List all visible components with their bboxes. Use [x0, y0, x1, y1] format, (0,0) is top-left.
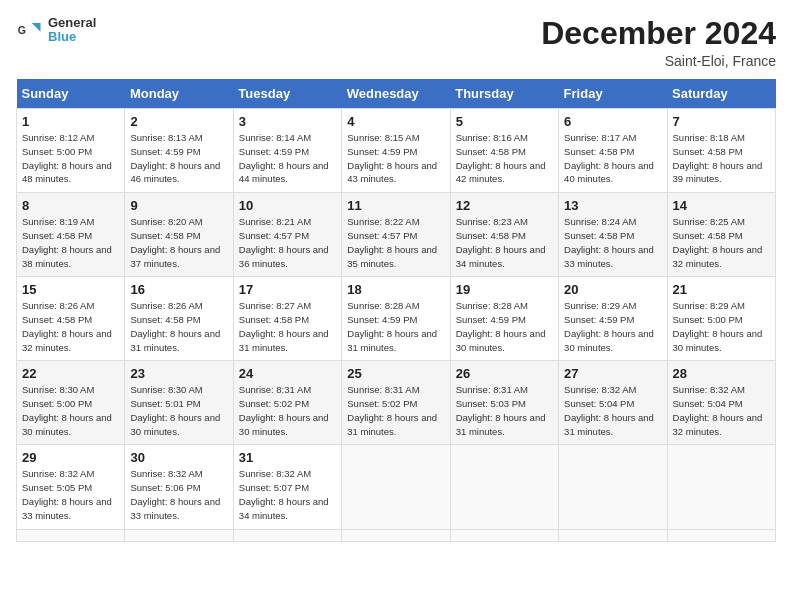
calendar-cell: 7Sunrise: 8:18 AMSunset: 4:58 PMDaylight… [667, 109, 775, 193]
calendar-cell: 23Sunrise: 8:30 AMSunset: 5:01 PMDayligh… [125, 361, 233, 445]
calendar-cell: 18Sunrise: 8:28 AMSunset: 4:59 PMDayligh… [342, 277, 450, 361]
calendar-week-row: 1Sunrise: 8:12 AMSunset: 5:00 PMDaylight… [17, 109, 776, 193]
day-info: Sunrise: 8:32 AMSunset: 5:04 PMDaylight:… [564, 383, 661, 438]
calendar-cell: 31Sunrise: 8:32 AMSunset: 5:07 PMDayligh… [233, 445, 341, 529]
day-number: 4 [347, 114, 444, 129]
calendar-cell: 14Sunrise: 8:25 AMSunset: 4:58 PMDayligh… [667, 193, 775, 277]
day-number: 14 [673, 198, 770, 213]
logo: G General Blue [16, 16, 96, 45]
calendar-cell: 25Sunrise: 8:31 AMSunset: 5:02 PMDayligh… [342, 361, 450, 445]
day-number: 28 [673, 366, 770, 381]
day-info: Sunrise: 8:28 AMSunset: 4:59 PMDaylight:… [456, 299, 553, 354]
calendar-week-row [17, 529, 776, 541]
day-number: 27 [564, 366, 661, 381]
page-header: G General Blue December 2024 Saint-Eloi,… [16, 16, 776, 69]
calendar-cell: 22Sunrise: 8:30 AMSunset: 5:00 PMDayligh… [17, 361, 125, 445]
day-info: Sunrise: 8:19 AMSunset: 4:58 PMDaylight:… [22, 215, 119, 270]
day-number: 23 [130, 366, 227, 381]
day-info: Sunrise: 8:16 AMSunset: 4:58 PMDaylight:… [456, 131, 553, 186]
day-number: 24 [239, 366, 336, 381]
day-of-week-header: Tuesday [233, 79, 341, 109]
day-info: Sunrise: 8:31 AMSunset: 5:02 PMDaylight:… [239, 383, 336, 438]
day-number: 11 [347, 198, 444, 213]
calendar-cell: 4Sunrise: 8:15 AMSunset: 4:59 PMDaylight… [342, 109, 450, 193]
calendar-week-row: 22Sunrise: 8:30 AMSunset: 5:00 PMDayligh… [17, 361, 776, 445]
calendar-cell: 9Sunrise: 8:20 AMSunset: 4:58 PMDaylight… [125, 193, 233, 277]
day-info: Sunrise: 8:29 AMSunset: 4:59 PMDaylight:… [564, 299, 661, 354]
calendar-cell: 2Sunrise: 8:13 AMSunset: 4:59 PMDaylight… [125, 109, 233, 193]
svg-marker-1 [32, 23, 41, 32]
day-number: 10 [239, 198, 336, 213]
calendar-cell [125, 529, 233, 541]
day-number: 8 [22, 198, 119, 213]
calendar-cell [559, 445, 667, 529]
day-number: 21 [673, 282, 770, 297]
day-of-week-header: Thursday [450, 79, 558, 109]
calendar-cell [667, 445, 775, 529]
day-info: Sunrise: 8:28 AMSunset: 4:59 PMDaylight:… [347, 299, 444, 354]
day-number: 29 [22, 450, 119, 465]
day-info: Sunrise: 8:20 AMSunset: 4:58 PMDaylight:… [130, 215, 227, 270]
calendar-cell: 1Sunrise: 8:12 AMSunset: 5:00 PMDaylight… [17, 109, 125, 193]
calendar-cell: 13Sunrise: 8:24 AMSunset: 4:58 PMDayligh… [559, 193, 667, 277]
calendar-week-row: 15Sunrise: 8:26 AMSunset: 4:58 PMDayligh… [17, 277, 776, 361]
day-number: 30 [130, 450, 227, 465]
calendar-cell [450, 529, 558, 541]
calendar-week-row: 8Sunrise: 8:19 AMSunset: 4:58 PMDaylight… [17, 193, 776, 277]
calendar-table: SundayMondayTuesdayWednesdayThursdayFrid… [16, 79, 776, 541]
day-number: 6 [564, 114, 661, 129]
day-number: 19 [456, 282, 553, 297]
calendar-cell: 27Sunrise: 8:32 AMSunset: 5:04 PMDayligh… [559, 361, 667, 445]
day-number: 26 [456, 366, 553, 381]
day-info: Sunrise: 8:31 AMSunset: 5:03 PMDaylight:… [456, 383, 553, 438]
day-number: 17 [239, 282, 336, 297]
calendar-cell: 24Sunrise: 8:31 AMSunset: 5:02 PMDayligh… [233, 361, 341, 445]
day-number: 31 [239, 450, 336, 465]
calendar-cell: 11Sunrise: 8:22 AMSunset: 4:57 PMDayligh… [342, 193, 450, 277]
day-number: 22 [22, 366, 119, 381]
day-info: Sunrise: 8:32 AMSunset: 5:04 PMDaylight:… [673, 383, 770, 438]
day-number: 13 [564, 198, 661, 213]
svg-text:G: G [18, 24, 26, 36]
day-info: Sunrise: 8:12 AMSunset: 5:00 PMDaylight:… [22, 131, 119, 186]
day-info: Sunrise: 8:15 AMSunset: 4:59 PMDaylight:… [347, 131, 444, 186]
day-info: Sunrise: 8:23 AMSunset: 4:58 PMDaylight:… [456, 215, 553, 270]
day-info: Sunrise: 8:32 AMSunset: 5:05 PMDaylight:… [22, 467, 119, 522]
calendar-cell: 30Sunrise: 8:32 AMSunset: 5:06 PMDayligh… [125, 445, 233, 529]
calendar-cell: 15Sunrise: 8:26 AMSunset: 4:58 PMDayligh… [17, 277, 125, 361]
day-info: Sunrise: 8:22 AMSunset: 4:57 PMDaylight:… [347, 215, 444, 270]
calendar-cell: 5Sunrise: 8:16 AMSunset: 4:58 PMDaylight… [450, 109, 558, 193]
calendar-cell: 19Sunrise: 8:28 AMSunset: 4:59 PMDayligh… [450, 277, 558, 361]
day-number: 7 [673, 114, 770, 129]
day-number: 3 [239, 114, 336, 129]
title-block: December 2024 Saint-Eloi, France [541, 16, 776, 69]
month-title: December 2024 [541, 16, 776, 51]
day-info: Sunrise: 8:25 AMSunset: 4:58 PMDaylight:… [673, 215, 770, 270]
day-number: 16 [130, 282, 227, 297]
calendar-cell [342, 529, 450, 541]
calendar-cell: 8Sunrise: 8:19 AMSunset: 4:58 PMDaylight… [17, 193, 125, 277]
calendar-header: SundayMondayTuesdayWednesdayThursdayFrid… [17, 79, 776, 109]
calendar-cell: 17Sunrise: 8:27 AMSunset: 4:58 PMDayligh… [233, 277, 341, 361]
calendar-cell: 26Sunrise: 8:31 AMSunset: 5:03 PMDayligh… [450, 361, 558, 445]
day-info: Sunrise: 8:30 AMSunset: 5:01 PMDaylight:… [130, 383, 227, 438]
day-info: Sunrise: 8:17 AMSunset: 4:58 PMDaylight:… [564, 131, 661, 186]
calendar-cell: 28Sunrise: 8:32 AMSunset: 5:04 PMDayligh… [667, 361, 775, 445]
location: Saint-Eloi, France [541, 53, 776, 69]
day-of-week-header: Monday [125, 79, 233, 109]
day-number: 5 [456, 114, 553, 129]
day-info: Sunrise: 8:13 AMSunset: 4:59 PMDaylight:… [130, 131, 227, 186]
day-of-week-header: Friday [559, 79, 667, 109]
calendar-cell [667, 529, 775, 541]
calendar-cell [342, 445, 450, 529]
day-number: 15 [22, 282, 119, 297]
day-info: Sunrise: 8:14 AMSunset: 4:59 PMDaylight:… [239, 131, 336, 186]
calendar-cell [17, 529, 125, 541]
calendar-cell [559, 529, 667, 541]
day-number: 25 [347, 366, 444, 381]
day-info: Sunrise: 8:31 AMSunset: 5:02 PMDaylight:… [347, 383, 444, 438]
logo-icon: G [16, 16, 44, 44]
day-info: Sunrise: 8:32 AMSunset: 5:07 PMDaylight:… [239, 467, 336, 522]
day-info: Sunrise: 8:29 AMSunset: 5:00 PMDaylight:… [673, 299, 770, 354]
days-of-week-row: SundayMondayTuesdayWednesdayThursdayFrid… [17, 79, 776, 109]
